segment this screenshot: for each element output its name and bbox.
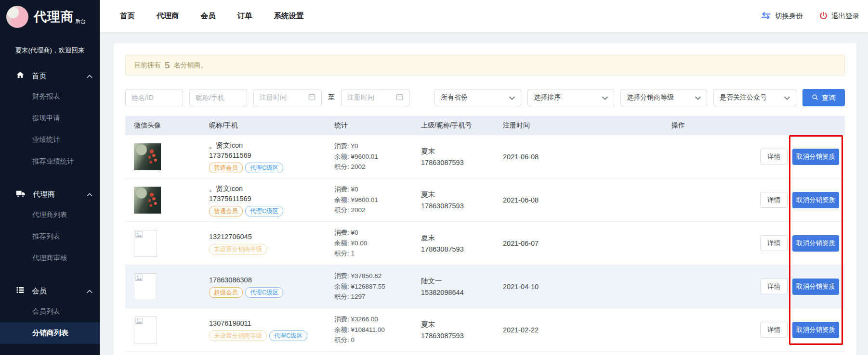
parent-phone: 17863087593 xyxy=(421,200,496,212)
register-date: 2021-06-08 xyxy=(496,196,665,204)
table-row: 。贤文icon 17375611569 普通会员 代理C级区 消费: ¥0 余额… xyxy=(125,135,845,178)
topbar-right: 切换身份 退出登录 xyxy=(761,12,859,21)
province-select-value: 所有省份 xyxy=(441,93,468,102)
notice-suffix: 名分销商。 xyxy=(174,61,208,70)
sidebar-item-home[interactable]: 首页 xyxy=(0,66,100,86)
logout-button[interactable]: 退出登录 xyxy=(819,12,859,21)
sidebar-item-member-list[interactable]: 会员列表 xyxy=(0,301,100,322)
table-row: 17863086308 超级会员 代理C级区 消费: ¥37850.62 余额:… xyxy=(125,265,845,308)
column-header-nickname: 昵称/手机 xyxy=(202,121,328,130)
sidebar-item-agent[interactable]: 代理商 xyxy=(0,185,100,204)
table-row: 。贤文icon 17375611569 普通会员 代理C级区 消费: ¥0 余额… xyxy=(125,178,845,222)
calendar-icon xyxy=(396,93,403,102)
chevron-down-icon xyxy=(509,94,515,101)
cancel-distribution-button[interactable]: 取消分销资质 xyxy=(792,149,839,165)
member-level-badge: 未设置分销商等级 xyxy=(209,330,267,341)
detail-button[interactable]: 详情 xyxy=(760,192,788,208)
consume-stat: 消费: ¥3266.00 xyxy=(334,314,414,325)
detail-button[interactable]: 详情 xyxy=(760,149,788,165)
switch-identity-label: 切换身份 xyxy=(775,12,803,21)
cancel-distribution-button[interactable]: 取消分销资质 xyxy=(792,192,839,208)
balance-stat: 余额: ¥108411.00 xyxy=(334,325,414,335)
nickname: 。贤文icon xyxy=(209,140,328,151)
sidebar-item-withdraw-apply[interactable]: 提现申请 xyxy=(0,107,100,129)
register-time-start-picker[interactable]: 注册时间 xyxy=(253,89,322,106)
parent-name: 夏末 xyxy=(421,189,496,200)
sidebar-item-distributor-list[interactable]: 分销商列表 xyxy=(0,322,100,344)
switch-identity-button[interactable]: 切换身份 xyxy=(761,12,803,21)
logout-label: 退出登录 xyxy=(831,12,859,21)
name-id-input[interactable] xyxy=(125,89,183,106)
parent-phone: 15382098644 xyxy=(421,287,496,298)
sidebar-item-member[interactable]: 会员 xyxy=(0,281,100,301)
table-row: 13076198011 未设置分销商等级 代理C级区 消费: ¥3266.00 … xyxy=(125,308,845,352)
phone: 13212706045 xyxy=(209,232,328,242)
register-date: 2021-06-08 xyxy=(496,153,665,161)
tab-member[interactable]: 会员 xyxy=(201,11,216,21)
sort-select[interactable]: 选择排序 xyxy=(527,89,614,106)
sidebar-menu: 首页 财务报表 提现申请 业绩统计 推荐业绩统计 代理商 xyxy=(0,66,100,344)
nickname-phone-input[interactable] xyxy=(189,89,247,106)
tab-home[interactable]: 首页 xyxy=(120,11,135,21)
follow-official-account-select[interactable]: 是否关注公众号 xyxy=(713,89,796,106)
agent-zone-badge: 代理C级区 xyxy=(269,330,307,341)
sidebar-item-agent-review[interactable]: 代理商审核 xyxy=(0,247,100,269)
menu-section-member: 会员 会员列表 分销商列表 xyxy=(0,281,100,344)
parent-phone: 17863087593 xyxy=(421,243,496,255)
sidebar-item-referral-list[interactable]: 推荐列表 xyxy=(0,226,100,247)
topbar: 首页 代理商 会员 订单 系统设置 切换身份 退出登录 xyxy=(100,0,868,32)
register-date: 2021-04-10 xyxy=(496,283,665,291)
chevron-up-icon[interactable] xyxy=(87,72,92,80)
points-stat: 积分: 2002 xyxy=(334,162,414,172)
distributor-count: 5 xyxy=(165,60,170,71)
phone: 17375611569 xyxy=(209,151,328,161)
sidebar-item-agent-list[interactable]: 代理商列表 xyxy=(0,204,100,226)
follow-select-value: 是否关注公众号 xyxy=(720,93,767,102)
cancel-distribution-button[interactable]: 取消分销资质 xyxy=(792,322,839,338)
swap-arrows-icon xyxy=(761,12,771,21)
tab-order[interactable]: 订单 xyxy=(237,11,252,21)
parent-name: 夏末 xyxy=(421,318,496,330)
register-time-end-picker[interactable]: 注册时间 xyxy=(341,89,409,106)
column-header-actions: 操作 xyxy=(665,121,845,130)
parent-phone: 17863087593 xyxy=(421,157,496,168)
balance-stat: 余额: ¥0.00 xyxy=(334,238,414,249)
parent-name: 陆文一 xyxy=(421,275,496,287)
chevron-up-icon[interactable] xyxy=(87,190,92,199)
wechat-avatar xyxy=(134,187,161,214)
tab-system-settings[interactable]: 系统设置 xyxy=(274,11,304,21)
consume-stat: 消费: ¥0 xyxy=(334,228,414,238)
logo-subtitle: 后台 xyxy=(75,18,86,24)
search-button-label: 查询 xyxy=(822,93,836,102)
cancel-distribution-button[interactable]: 取消分销资质 xyxy=(792,235,839,252)
phone: 13076198011 xyxy=(209,318,328,329)
sidebar-item-referral-performance-stats[interactable]: 推荐业绩统计 xyxy=(0,151,100,172)
wechat-avatar xyxy=(134,143,161,170)
calendar-icon xyxy=(308,93,316,102)
sort-select-value: 选择排序 xyxy=(534,93,561,102)
sidebar-item-finance-report[interactable]: 财务报表 xyxy=(0,86,100,107)
chevron-down-icon xyxy=(602,94,608,101)
search-button[interactable]: 查询 xyxy=(802,89,845,106)
menu-section-agent: 代理商 代理商列表 推荐列表 代理商审核 xyxy=(0,185,100,269)
column-header-stats: 统计 xyxy=(328,121,414,130)
detail-button[interactable]: 详情 xyxy=(760,235,788,251)
member-level-badge: 普通会员 xyxy=(209,206,243,216)
cancel-distribution-button[interactable]: 取消分销资质 xyxy=(792,279,839,295)
consume-stat: 消费: ¥0 xyxy=(334,184,414,195)
detail-button[interactable]: 详情 xyxy=(760,322,788,338)
filter-bar: 注册时间 至 注册时间 所有省份 xyxy=(125,89,845,106)
tab-agent[interactable]: 代理商 xyxy=(157,11,179,21)
chevron-up-icon[interactable] xyxy=(87,287,92,295)
agent-zone-badge: 代理C级区 xyxy=(245,287,283,298)
sidebar-item-performance-stats[interactable]: 业绩统计 xyxy=(0,129,100,151)
sidebar: 代理商后台 夏末(代理商)，欢迎回来 首页 财务报表 提现申请 业绩统计 推荐业… xyxy=(0,0,100,355)
nickname: 。贤文icon xyxy=(209,184,328,194)
agent-zone-badge: 代理C级区 xyxy=(245,206,283,216)
wechat-avatar-placeholder xyxy=(134,230,157,257)
points-stat: 积分: 1 xyxy=(334,248,414,259)
detail-button[interactable]: 详情 xyxy=(760,279,788,294)
distributor-count-notice: 目前拥有 5 名分销商。 xyxy=(125,55,845,76)
distributor-level-select[interactable]: 选择分销商等级 xyxy=(620,89,707,106)
province-select[interactable]: 所有省份 xyxy=(434,89,521,106)
